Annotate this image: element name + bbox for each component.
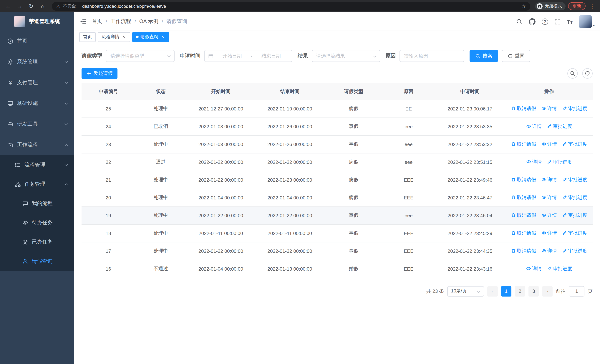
fullscreen-icon[interactable]: [554, 18, 561, 25]
detail-link[interactable]: 详情: [542, 230, 557, 236]
cell-id: 19: [82, 206, 135, 224]
help-icon[interactable]: ?: [542, 18, 548, 25]
approval-progress-link[interactable]: 审批进度: [547, 123, 572, 130]
cell-end: 2022-01-26 00:00:00: [255, 118, 324, 135]
address-bar[interactable]: ⚠ 不安全 dashboard.yudao.iocoder.cn/bpm/oa/…: [52, 2, 530, 10]
sidebar-item-my-process[interactable]: 我的流程: [0, 194, 74, 213]
cell-status: 处理中: [135, 171, 187, 189]
cell-end: 2022-01-23 00:00:00: [255, 171, 324, 189]
font-size-icon[interactable]: TT: [567, 19, 572, 24]
github-icon[interactable]: [529, 18, 535, 25]
toggle-search-icon[interactable]: [567, 68, 578, 79]
close-icon[interactable]: ×: [160, 34, 165, 39]
approval-progress-link[interactable]: 审批进度: [562, 230, 587, 236]
table-row: 25处理中2021-12-27 00:00:002022-01-19 00:00…: [82, 100, 593, 118]
page-button-2[interactable]: 2: [515, 286, 525, 296]
reset-button[interactable]: 重置: [502, 50, 530, 62]
cancel-leave-link[interactable]: 取消请假: [511, 212, 536, 219]
approval-progress-link[interactable]: 审批进度: [562, 194, 587, 201]
tab-process-detail[interactable]: 流程详情 ×: [98, 32, 130, 42]
approval-progress-link[interactable]: 审批进度: [562, 212, 587, 219]
detail-link[interactable]: 详情: [542, 194, 557, 201]
leave-type-select[interactable]: 请选择请假类型: [106, 50, 175, 62]
breadcrumb-separator: /: [162, 19, 163, 24]
approval-progress-link[interactable]: 审批进度: [562, 248, 587, 254]
sidebar-item-infrastructure[interactable]: 基础设施: [0, 93, 74, 114]
date-range-picker[interactable]: 开始日期 - 结束日期: [204, 50, 292, 62]
sidebar-item-todo-tasks[interactable]: 待办任务: [0, 213, 74, 233]
sidebar-item-task-mgmt[interactable]: 任务管理: [0, 175, 74, 194]
page-size-select[interactable]: 10条/页: [447, 286, 484, 296]
detail-link[interactable]: 详情: [526, 123, 542, 130]
cell-start: 2022-01-03 00:00:00: [186, 118, 255, 135]
create-leave-button[interactable]: 发起请假: [82, 68, 117, 79]
sidebar-item-payment-mgmt[interactable]: ¥ 支付管理: [0, 72, 74, 93]
search-icon[interactable]: [516, 18, 522, 25]
avatar[interactable]: [579, 15, 592, 28]
browser-menu-icon[interactable]: ⋮: [588, 3, 596, 9]
approval-progress-link[interactable]: 审批进度: [562, 141, 587, 148]
tab-home[interactable]: 首页: [79, 32, 96, 42]
url-text[interactable]: dashboard.yudao.iocoder.cn/bpm/oa/leave: [82, 3, 166, 9]
bookmark-star-icon[interactable]: ☆: [522, 3, 526, 9]
tab-leave-query[interactable]: 请假查询 ×: [132, 32, 169, 42]
approval-progress-link[interactable]: 审批进度: [547, 159, 572, 165]
cancel-leave-link[interactable]: 取消请假: [511, 248, 536, 254]
cell-start: 2021-12-27 00:00:00: [186, 100, 255, 118]
logo-image: [14, 16, 25, 27]
warning-icon: ⚠: [56, 3, 60, 9]
sidebar-item-dev-tools[interactable]: 研发工具: [0, 114, 74, 135]
detail-link[interactable]: 详情: [526, 159, 542, 165]
sidebar-item-system-mgmt[interactable]: 系统管理: [0, 52, 74, 72]
refresh-icon[interactable]: [582, 68, 593, 79]
page-button-3[interactable]: 3: [528, 286, 539, 296]
sidebar-fold-icon[interactable]: [74, 12, 92, 31]
breadcrumb-item[interactable]: OA 示例: [139, 18, 159, 25]
cancel-leave-link[interactable]: 取消请假: [511, 230, 536, 236]
goto-page-input[interactable]: [569, 286, 584, 296]
reload-icon[interactable]: ↻: [27, 2, 36, 10]
detail-link[interactable]: 详情: [542, 141, 557, 148]
cancel-leave-link[interactable]: 取消请假: [511, 177, 536, 183]
close-icon[interactable]: ×: [121, 34, 126, 39]
detail-link[interactable]: 详情: [526, 265, 542, 272]
forward-icon[interactable]: →: [15, 2, 24, 10]
detail-link[interactable]: 详情: [542, 177, 557, 183]
cell-actions: 取消请假详情审批进度: [506, 100, 593, 118]
breadcrumb-item[interactable]: 工作流程: [111, 18, 131, 25]
prev-page-button[interactable]: ‹: [487, 286, 498, 296]
approval-progress-link[interactable]: 审批进度: [562, 105, 587, 112]
sidebar-item-done-tasks[interactable]: 已办任务: [0, 233, 74, 252]
breadcrumb-current: 请假查询: [166, 18, 187, 25]
home-icon[interactable]: ⌂: [38, 2, 47, 10]
cell-end: 2022-01-26 00:00:00: [255, 135, 324, 153]
sidebar-item-leave-query[interactable]: 请假查询: [0, 252, 74, 271]
cancel-leave-link[interactable]: 取消请假: [511, 105, 536, 112]
sidebar-item-label: 请假查询: [32, 258, 68, 265]
update-button[interactable]: 更新: [568, 2, 586, 10]
cancel-leave-link[interactable]: 取消请假: [511, 141, 536, 148]
sidebar-item-workflow[interactable]: 工作流程: [0, 135, 74, 155]
sidebar-item-process-mgmt[interactable]: 流程管理: [0, 155, 74, 175]
back-icon[interactable]: ←: [4, 2, 13, 10]
cell-type: 病假: [324, 171, 383, 189]
detail-link[interactable]: 详情: [542, 248, 557, 254]
sidebar-item-home[interactable]: 首页: [0, 31, 74, 52]
detail-link[interactable]: 详情: [542, 212, 557, 219]
approval-progress-link[interactable]: 审批进度: [562, 177, 587, 183]
next-page-button[interactable]: ›: [542, 286, 553, 296]
security-label[interactable]: 不安全: [63, 3, 76, 9]
app-logo[interactable]: 芋道管理系统: [0, 12, 74, 31]
search-button[interactable]: 搜索: [469, 50, 498, 62]
sidebar-item-label: 研发工具: [17, 121, 61, 128]
breadcrumb-item[interactable]: 首页: [92, 18, 102, 25]
leave-table-body: 25处理中2021-12-27 00:00:002022-01-19 00:00…: [82, 100, 593, 278]
approval-progress-link[interactable]: 审批进度: [547, 265, 572, 272]
page-button-1[interactable]: 1: [501, 286, 511, 296]
user-menu[interactable]: ▾: [579, 15, 595, 28]
cancel-leave-link[interactable]: 取消请假: [511, 194, 536, 201]
result-select[interactable]: 请选择流结果: [312, 50, 380, 62]
gear-icon: [7, 59, 13, 65]
reason-input[interactable]: [400, 50, 464, 62]
detail-link[interactable]: 详情: [542, 105, 557, 112]
